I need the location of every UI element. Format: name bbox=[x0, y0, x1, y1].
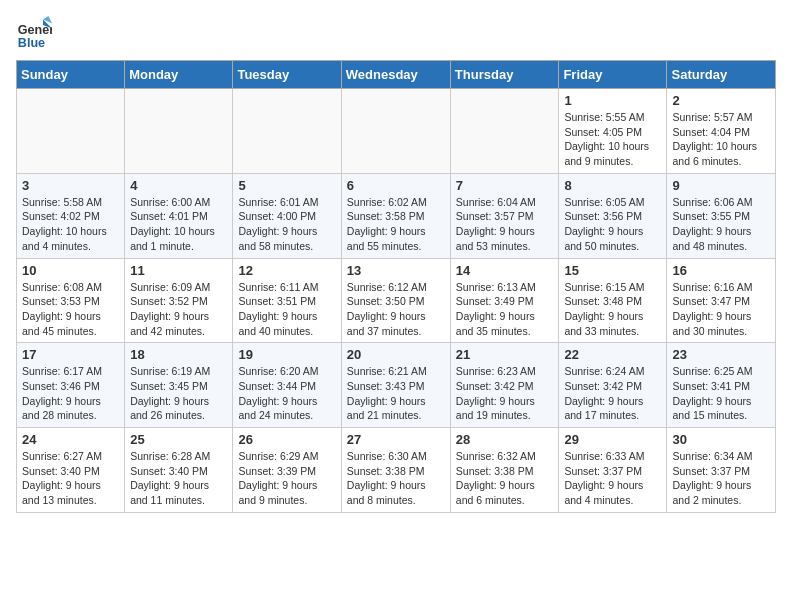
day-info: Sunrise: 6:13 AM Sunset: 3:49 PM Dayligh… bbox=[456, 280, 554, 339]
svg-text:Blue: Blue bbox=[18, 36, 45, 50]
day-info: Sunrise: 6:16 AM Sunset: 3:47 PM Dayligh… bbox=[672, 280, 770, 339]
calendar-cell: 30Sunrise: 6:34 AM Sunset: 3:37 PM Dayli… bbox=[667, 428, 776, 513]
calendar-cell: 1Sunrise: 5:55 AM Sunset: 4:05 PM Daylig… bbox=[559, 89, 667, 174]
day-number: 26 bbox=[238, 432, 335, 447]
day-number: 30 bbox=[672, 432, 770, 447]
day-info: Sunrise: 6:28 AM Sunset: 3:40 PM Dayligh… bbox=[130, 449, 227, 508]
day-number: 2 bbox=[672, 93, 770, 108]
calendar-header-wednesday: Wednesday bbox=[341, 61, 450, 89]
day-number: 13 bbox=[347, 263, 445, 278]
calendar-cell: 16Sunrise: 6:16 AM Sunset: 3:47 PM Dayli… bbox=[667, 258, 776, 343]
day-info: Sunrise: 6:29 AM Sunset: 3:39 PM Dayligh… bbox=[238, 449, 335, 508]
calendar-week-1: 1Sunrise: 5:55 AM Sunset: 4:05 PM Daylig… bbox=[17, 89, 776, 174]
day-info: Sunrise: 6:19 AM Sunset: 3:45 PM Dayligh… bbox=[130, 364, 227, 423]
calendar-week-5: 24Sunrise: 6:27 AM Sunset: 3:40 PM Dayli… bbox=[17, 428, 776, 513]
calendar-cell: 25Sunrise: 6:28 AM Sunset: 3:40 PM Dayli… bbox=[125, 428, 233, 513]
day-info: Sunrise: 6:01 AM Sunset: 4:00 PM Dayligh… bbox=[238, 195, 335, 254]
calendar-cell: 23Sunrise: 6:25 AM Sunset: 3:41 PM Dayli… bbox=[667, 343, 776, 428]
day-info: Sunrise: 6:25 AM Sunset: 3:41 PM Dayligh… bbox=[672, 364, 770, 423]
day-info: Sunrise: 6:33 AM Sunset: 3:37 PM Dayligh… bbox=[564, 449, 661, 508]
calendar-cell bbox=[450, 89, 559, 174]
calendar-cell: 2Sunrise: 5:57 AM Sunset: 4:04 PM Daylig… bbox=[667, 89, 776, 174]
calendar-cell bbox=[17, 89, 125, 174]
calendar-cell: 14Sunrise: 6:13 AM Sunset: 3:49 PM Dayli… bbox=[450, 258, 559, 343]
calendar-cell bbox=[233, 89, 341, 174]
day-number: 27 bbox=[347, 432, 445, 447]
day-info: Sunrise: 6:27 AM Sunset: 3:40 PM Dayligh… bbox=[22, 449, 119, 508]
calendar-cell: 11Sunrise: 6:09 AM Sunset: 3:52 PM Dayli… bbox=[125, 258, 233, 343]
calendar-cell: 13Sunrise: 6:12 AM Sunset: 3:50 PM Dayli… bbox=[341, 258, 450, 343]
day-info: Sunrise: 6:00 AM Sunset: 4:01 PM Dayligh… bbox=[130, 195, 227, 254]
calendar-cell: 10Sunrise: 6:08 AM Sunset: 3:53 PM Dayli… bbox=[17, 258, 125, 343]
day-number: 15 bbox=[564, 263, 661, 278]
calendar-cell: 27Sunrise: 6:30 AM Sunset: 3:38 PM Dayli… bbox=[341, 428, 450, 513]
calendar-cell: 20Sunrise: 6:21 AM Sunset: 3:43 PM Dayli… bbox=[341, 343, 450, 428]
calendar-header-tuesday: Tuesday bbox=[233, 61, 341, 89]
day-info: Sunrise: 6:20 AM Sunset: 3:44 PM Dayligh… bbox=[238, 364, 335, 423]
day-info: Sunrise: 6:11 AM Sunset: 3:51 PM Dayligh… bbox=[238, 280, 335, 339]
day-number: 17 bbox=[22, 347, 119, 362]
calendar-cell: 7Sunrise: 6:04 AM Sunset: 3:57 PM Daylig… bbox=[450, 173, 559, 258]
day-info: Sunrise: 5:57 AM Sunset: 4:04 PM Dayligh… bbox=[672, 110, 770, 169]
calendar-cell: 21Sunrise: 6:23 AM Sunset: 3:42 PM Dayli… bbox=[450, 343, 559, 428]
day-info: Sunrise: 6:23 AM Sunset: 3:42 PM Dayligh… bbox=[456, 364, 554, 423]
day-info: Sunrise: 6:09 AM Sunset: 3:52 PM Dayligh… bbox=[130, 280, 227, 339]
day-info: Sunrise: 5:58 AM Sunset: 4:02 PM Dayligh… bbox=[22, 195, 119, 254]
calendar-week-2: 3Sunrise: 5:58 AM Sunset: 4:02 PM Daylig… bbox=[17, 173, 776, 258]
calendar-cell: 28Sunrise: 6:32 AM Sunset: 3:38 PM Dayli… bbox=[450, 428, 559, 513]
day-number: 6 bbox=[347, 178, 445, 193]
calendar-cell: 19Sunrise: 6:20 AM Sunset: 3:44 PM Dayli… bbox=[233, 343, 341, 428]
calendar-cell: 15Sunrise: 6:15 AM Sunset: 3:48 PM Dayli… bbox=[559, 258, 667, 343]
calendar-cell: 24Sunrise: 6:27 AM Sunset: 3:40 PM Dayli… bbox=[17, 428, 125, 513]
calendar-cell: 4Sunrise: 6:00 AM Sunset: 4:01 PM Daylig… bbox=[125, 173, 233, 258]
day-number: 9 bbox=[672, 178, 770, 193]
day-number: 3 bbox=[22, 178, 119, 193]
calendar-cell bbox=[125, 89, 233, 174]
calendar-week-4: 17Sunrise: 6:17 AM Sunset: 3:46 PM Dayli… bbox=[17, 343, 776, 428]
day-number: 16 bbox=[672, 263, 770, 278]
calendar-cell: 22Sunrise: 6:24 AM Sunset: 3:42 PM Dayli… bbox=[559, 343, 667, 428]
calendar-cell: 18Sunrise: 6:19 AM Sunset: 3:45 PM Dayli… bbox=[125, 343, 233, 428]
calendar-body: 1Sunrise: 5:55 AM Sunset: 4:05 PM Daylig… bbox=[17, 89, 776, 513]
calendar-cell: 26Sunrise: 6:29 AM Sunset: 3:39 PM Dayli… bbox=[233, 428, 341, 513]
day-number: 5 bbox=[238, 178, 335, 193]
day-info: Sunrise: 6:34 AM Sunset: 3:37 PM Dayligh… bbox=[672, 449, 770, 508]
day-number: 29 bbox=[564, 432, 661, 447]
day-info: Sunrise: 6:04 AM Sunset: 3:57 PM Dayligh… bbox=[456, 195, 554, 254]
calendar-cell: 29Sunrise: 6:33 AM Sunset: 3:37 PM Dayli… bbox=[559, 428, 667, 513]
day-number: 25 bbox=[130, 432, 227, 447]
calendar-cell: 3Sunrise: 5:58 AM Sunset: 4:02 PM Daylig… bbox=[17, 173, 125, 258]
day-number: 19 bbox=[238, 347, 335, 362]
day-info: Sunrise: 6:06 AM Sunset: 3:55 PM Dayligh… bbox=[672, 195, 770, 254]
day-info: Sunrise: 6:17 AM Sunset: 3:46 PM Dayligh… bbox=[22, 364, 119, 423]
calendar-week-3: 10Sunrise: 6:08 AM Sunset: 3:53 PM Dayli… bbox=[17, 258, 776, 343]
day-number: 8 bbox=[564, 178, 661, 193]
logo-icon: General Blue bbox=[16, 16, 52, 52]
day-info: Sunrise: 5:55 AM Sunset: 4:05 PM Dayligh… bbox=[564, 110, 661, 169]
calendar-table: SundayMondayTuesdayWednesdayThursdayFrid… bbox=[16, 60, 776, 513]
day-info: Sunrise: 6:08 AM Sunset: 3:53 PM Dayligh… bbox=[22, 280, 119, 339]
day-info: Sunrise: 6:12 AM Sunset: 3:50 PM Dayligh… bbox=[347, 280, 445, 339]
day-number: 12 bbox=[238, 263, 335, 278]
calendar-cell: 12Sunrise: 6:11 AM Sunset: 3:51 PM Dayli… bbox=[233, 258, 341, 343]
day-info: Sunrise: 6:15 AM Sunset: 3:48 PM Dayligh… bbox=[564, 280, 661, 339]
day-number: 4 bbox=[130, 178, 227, 193]
calendar-cell bbox=[341, 89, 450, 174]
day-number: 14 bbox=[456, 263, 554, 278]
day-number: 23 bbox=[672, 347, 770, 362]
calendar-cell: 8Sunrise: 6:05 AM Sunset: 3:56 PM Daylig… bbox=[559, 173, 667, 258]
day-number: 1 bbox=[564, 93, 661, 108]
calendar-header-sunday: Sunday bbox=[17, 61, 125, 89]
calendar-header-monday: Monday bbox=[125, 61, 233, 89]
day-number: 20 bbox=[347, 347, 445, 362]
day-info: Sunrise: 6:02 AM Sunset: 3:58 PM Dayligh… bbox=[347, 195, 445, 254]
day-number: 28 bbox=[456, 432, 554, 447]
calendar-cell: 6Sunrise: 6:02 AM Sunset: 3:58 PM Daylig… bbox=[341, 173, 450, 258]
day-number: 11 bbox=[130, 263, 227, 278]
calendar-cell: 17Sunrise: 6:17 AM Sunset: 3:46 PM Dayli… bbox=[17, 343, 125, 428]
calendar-header-row: SundayMondayTuesdayWednesdayThursdayFrid… bbox=[17, 61, 776, 89]
day-info: Sunrise: 6:24 AM Sunset: 3:42 PM Dayligh… bbox=[564, 364, 661, 423]
day-info: Sunrise: 6:05 AM Sunset: 3:56 PM Dayligh… bbox=[564, 195, 661, 254]
day-number: 10 bbox=[22, 263, 119, 278]
calendar-header-thursday: Thursday bbox=[450, 61, 559, 89]
